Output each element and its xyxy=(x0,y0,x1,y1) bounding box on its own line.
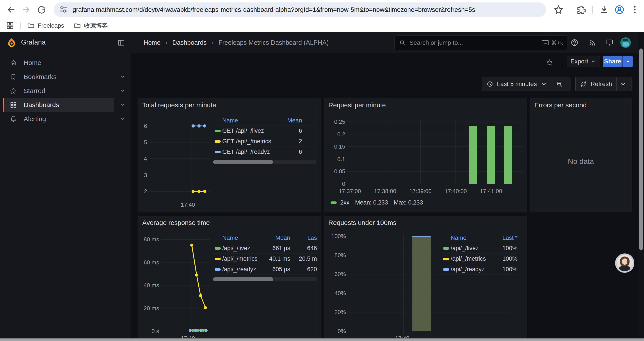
series-swatch xyxy=(214,151,221,153)
grafana-logo[interactable] xyxy=(6,37,17,48)
search-box[interactable]: ⌘+k xyxy=(394,35,567,50)
series-last: 620 xyxy=(290,266,317,273)
legend-col-name[interactable]: Name xyxy=(222,235,264,241)
download-icon[interactable] xyxy=(599,5,609,15)
sidebar-item-label: Alerting xyxy=(24,115,46,123)
bookmark-folder-freeleaps[interactable]: Freeleaps xyxy=(27,22,64,30)
browser-menu-icon[interactable] xyxy=(630,5,640,15)
panel-title[interactable]: Total requests per minute xyxy=(142,101,216,109)
series-last: 646 xyxy=(290,245,317,252)
series-name[interactable]: /api/_/livez xyxy=(222,245,264,252)
series-last: 100% xyxy=(494,255,518,262)
help-icon[interactable] xyxy=(570,38,579,47)
refresh-interval-button[interactable] xyxy=(616,77,630,91)
folder-icon xyxy=(27,22,35,30)
sidebar-item-label: Home xyxy=(24,59,41,67)
reload-icon[interactable] xyxy=(36,5,47,15)
export-button[interactable]: Export xyxy=(566,56,600,67)
legend-col-name[interactable]: Name xyxy=(451,235,494,241)
series-swatch xyxy=(443,268,449,271)
refresh-button[interactable]: Refresh xyxy=(576,77,616,91)
series-name[interactable]: /api/_/readyz xyxy=(222,266,264,273)
legend-scrollbar[interactable] xyxy=(213,277,317,281)
back-icon[interactable] xyxy=(6,5,16,15)
series-name[interactable]: /api/_/livez xyxy=(451,245,494,252)
search-input[interactable] xyxy=(409,39,542,47)
bar-chart[interactable]: 0.250.20.150.10.05017:37:0017:38:0017:39… xyxy=(324,98,527,213)
panel-title[interactable]: Errors per second xyxy=(534,101,586,109)
favorite-star-icon[interactable] xyxy=(546,59,553,66)
apps-grid-icon[interactable] xyxy=(6,21,14,30)
legend-row: /api/_/livez 661 µs 646 xyxy=(213,243,317,253)
sidebar-item-bookmarks[interactable]: Bookmarks xyxy=(0,70,131,84)
chevron-down-icon[interactable] xyxy=(120,74,126,80)
home-icon xyxy=(10,59,17,67)
series-max: Max: 0.233 xyxy=(394,199,423,206)
panel-title[interactable]: Request per minute xyxy=(328,101,386,109)
url-input[interactable] xyxy=(72,6,522,14)
legend-col-name[interactable]: Name xyxy=(222,117,278,124)
series-mean: 40.1 ms xyxy=(264,255,290,262)
sidebar-item-alerting[interactable]: Alerting xyxy=(0,112,131,126)
svg-text:40 ms: 40 ms xyxy=(144,282,159,288)
svg-text:5: 5 xyxy=(144,139,147,146)
svg-text:80 ms: 80 ms xyxy=(144,236,159,243)
chevron-down-icon[interactable] xyxy=(120,88,126,94)
sidebar-toggle-icon[interactable] xyxy=(117,39,126,47)
profile-icon[interactable] xyxy=(614,5,625,15)
breadcrumb: Home › Dashboards › Freeleaps Metrics Da… xyxy=(144,32,329,53)
star-icon xyxy=(10,87,17,95)
bookmark-label: Freeleaps xyxy=(38,22,64,29)
series-name[interactable]: /api/_/metrics xyxy=(451,255,494,262)
svg-text:2: 2 xyxy=(144,188,147,195)
series-name[interactable]: /api/_/readyz xyxy=(451,266,494,273)
chevron-down-icon[interactable] xyxy=(120,116,126,122)
time-range-picker[interactable]: Last 5 minutes xyxy=(482,77,552,91)
dashboards-grid-icon xyxy=(10,101,17,109)
legend-row: /api/_/metrics 40.1 ms 20.5 m xyxy=(213,253,317,264)
bookmark-folder-blogs[interactable]: 收藏博客 xyxy=(74,22,108,30)
series-mean: 605 µs xyxy=(264,266,290,273)
extensions-icon[interactable] xyxy=(576,5,586,15)
monitor-icon[interactable] xyxy=(606,38,614,47)
site-settings-icon[interactable] xyxy=(58,5,68,15)
series-swatch xyxy=(214,268,221,271)
series-name[interactable]: GET /api/_/metrics xyxy=(222,138,278,145)
legend-col-last[interactable]: Last * xyxy=(494,235,518,241)
time-range-label: Last 5 minutes xyxy=(497,81,537,88)
legend-item[interactable]: 2xx xyxy=(330,199,350,206)
series-name: 2xx xyxy=(340,199,350,206)
series-name[interactable]: GET /api/_/readyz xyxy=(222,149,278,155)
forward-icon[interactable] xyxy=(21,5,32,15)
series-name[interactable]: GET /api/_/livez xyxy=(222,128,278,134)
panel-avg-response-time: Average response time 80 ms60 ms40 ms20 … xyxy=(138,216,321,341)
sidebar-item-home[interactable]: Home xyxy=(0,56,131,70)
floating-assistant-avatar[interactable] xyxy=(615,253,634,273)
legend-col-mean[interactable]: Mean xyxy=(264,235,290,241)
bookmark-star-icon[interactable] xyxy=(553,5,564,15)
svg-text:17:40:00: 17:40:00 xyxy=(444,188,467,194)
chevron-down-icon[interactable] xyxy=(120,102,126,108)
svg-text:20 ms: 20 ms xyxy=(144,305,159,311)
share-button[interactable]: Share xyxy=(603,56,622,67)
breadcrumb-home[interactable]: Home xyxy=(144,39,160,46)
user-avatar[interactable] xyxy=(620,37,631,48)
panel-title[interactable]: Average response time xyxy=(142,219,210,226)
svg-text:0.1: 0.1 xyxy=(337,156,345,162)
panel-title[interactable]: Requests under 100ms xyxy=(328,219,396,226)
series-swatch xyxy=(443,258,449,260)
legend-scrollbar[interactable] xyxy=(213,160,316,164)
series-swatch xyxy=(330,201,337,204)
legend-row: GET /api/_/livez 6 xyxy=(213,126,316,136)
share-menu-button[interactable] xyxy=(623,56,632,67)
breadcrumb-dashboards[interactable]: Dashboards xyxy=(172,39,206,46)
page-scrollbar-thumb[interactable] xyxy=(640,49,643,250)
zoom-out-button[interactable] xyxy=(552,77,567,91)
url-bar[interactable] xyxy=(54,3,546,17)
sidebar-item-dashboards[interactable]: Dashboards xyxy=(0,98,131,112)
series-name[interactable]: /api/_/metrics xyxy=(222,255,264,262)
news-feed-icon[interactable] xyxy=(588,38,597,47)
sidebar-item-starred[interactable]: Starred xyxy=(0,84,131,98)
legend-col-mean[interactable]: Mean xyxy=(278,117,302,124)
legend-col-last[interactable]: Las xyxy=(290,235,317,241)
